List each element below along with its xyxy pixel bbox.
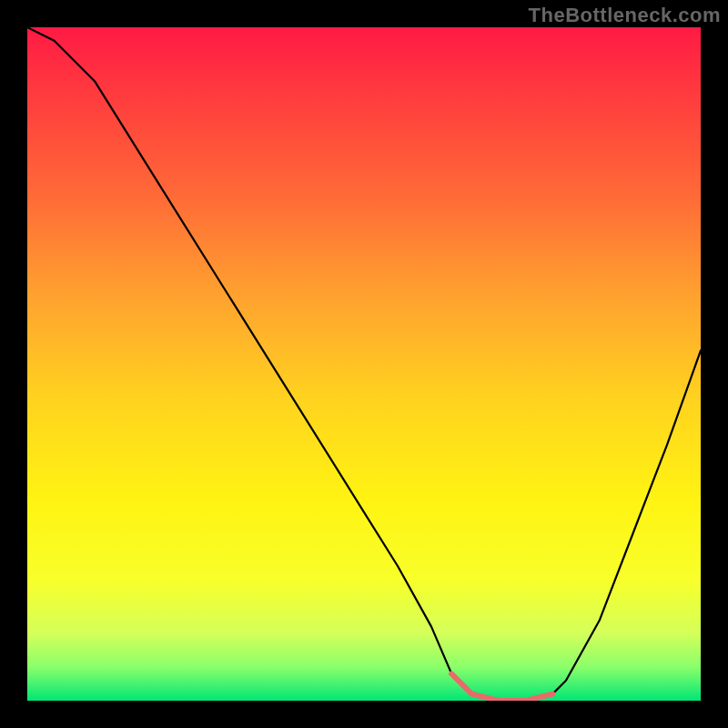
chart-frame: TheBottleneck.com [0,0,728,728]
watermark-text: TheBottleneck.com [529,4,721,27]
chart-svg [27,27,701,701]
gradient-background [27,27,701,701]
plot-area [27,27,701,701]
